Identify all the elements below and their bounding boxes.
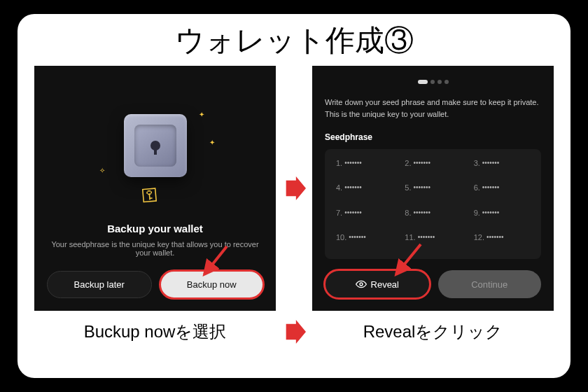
caption-left: Buckup nowを選択 [34, 321, 276, 343]
keyhole-icon [150, 141, 160, 150]
seedphrase-instruction: Write down your seed phrase and make sur… [325, 97, 541, 120]
dot [438, 80, 442, 84]
step-arrow-icon [281, 176, 307, 201]
backup-panel: ⚿ ✦ ✦ ✧ Backup your wallet Your seedphra… [34, 66, 276, 311]
panels-row: ⚿ ✦ ✦ ✧ Backup your wallet Your seedphra… [31, 66, 556, 311]
backup-heading: Backup your wallet [107, 223, 203, 234]
backup-description: Your seedphrase is the unique key that a… [47, 240, 263, 257]
progress-dots [325, 80, 541, 84]
sparkle-icon: ✧ [99, 167, 105, 174]
backup-now-button[interactable]: Backup now [160, 271, 264, 298]
seed-word: 4.••••••• [336, 183, 392, 200]
reveal-button[interactable]: Reveal [325, 270, 430, 298]
seedphrase-grid: 1.••••••• 2.••••••• 3.••••••• 4.••••••• … [325, 149, 541, 259]
dot [444, 80, 449, 84]
eye-icon [356, 279, 367, 290]
caption-right: Revealをクリック [312, 321, 554, 343]
sparkle-icon: ✦ [209, 139, 215, 146]
continue-button[interactable]: Continue [438, 270, 542, 298]
seed-word: 3.••••••• [474, 159, 530, 175]
key-icon: ⚿ [140, 185, 158, 206]
dot-active [418, 80, 428, 84]
page-title: ウォレット作成③ [31, 21, 556, 60]
seed-word: 7.••••••• [336, 209, 392, 225]
seed-word: 12.••••••• [474, 233, 530, 249]
backup-button-row: Backup later Backup now [47, 271, 263, 298]
seedphrase-label: Seedphrase [325, 132, 541, 142]
seed-word: 11.••••••• [405, 233, 461, 249]
backup-later-button[interactable]: Backup later [47, 271, 152, 298]
seed-word: 9.••••••• [474, 209, 530, 225]
tutorial-card: ウォレット作成③ ⚿ ✦ ✦ ✧ Backup your wallet Your… [18, 14, 570, 378]
dot [430, 80, 435, 84]
seed-word: 6.••••••• [474, 183, 530, 200]
step-arrow-icon [281, 319, 307, 344]
reveal-label: Reveal [371, 279, 399, 290]
svg-point-1 [360, 283, 363, 286]
captions-row: Buckup nowを選択 Revealをクリック [31, 319, 556, 344]
sparkle-icon: ✦ [199, 111, 204, 118]
seed-word: 10.••••••• [336, 233, 392, 249]
seed-word: 2.••••••• [405, 159, 461, 175]
seed-word: 5.••••••• [405, 183, 461, 200]
reveal-button-row: Reveal Continue [325, 270, 541, 298]
seed-word: 8.••••••• [405, 209, 461, 225]
seed-word: 1.••••••• [336, 159, 392, 175]
safe-illustration: ⚿ ✦ ✦ ✧ [113, 111, 197, 209]
seedphrase-panel: Write down your seed phrase and make sur… [312, 66, 554, 311]
